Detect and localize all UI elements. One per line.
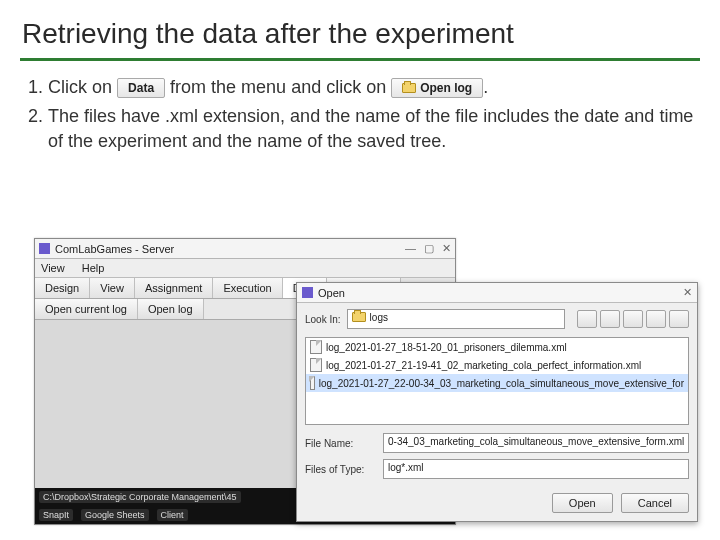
list-view-icon[interactable] [646,310,666,328]
file-item[interactable]: log_2021-01-27_21-19-41_02_marketing_col… [306,356,688,374]
step1-end: . [483,77,488,97]
file-name: log_2021-01-27_21-19-41_02_marketing_col… [326,360,641,371]
home-icon[interactable] [600,310,620,328]
tab-design[interactable]: Design [35,278,90,298]
open-button[interactable]: Open [552,493,613,513]
look-in-value: logs [370,312,388,323]
menu-view[interactable]: View [41,262,65,274]
menubar: View Help [35,259,455,278]
taskbar-item[interactable]: SnapIt [39,509,73,521]
taskbar-item[interactable]: Google Sheets [81,509,149,521]
up-folder-icon[interactable] [577,310,597,328]
new-folder-icon[interactable] [623,310,643,328]
maximize-icon[interactable]: ▢ [424,242,434,255]
step-2: The files have .xml extension, and the n… [48,104,700,154]
file-name-label: File Name: [305,438,377,449]
inline-openlog-label: Open log [420,81,472,95]
title-underline [20,58,700,61]
tab-view[interactable]: View [90,278,135,298]
file-item-selected[interactable]: log_2021-01-27_22-00-34_03_marketing_col… [306,374,688,392]
tab-assignment[interactable]: Assignment [135,278,213,298]
folder-icon [352,312,366,322]
file-list[interactable]: log_2021-01-27_18-51-20_01_prisoners_dil… [305,337,689,425]
app-icon [302,287,313,298]
file-item[interactable]: log_2021-01-27_18-51-20_01_prisoners_dil… [306,338,688,356]
open-current-log-button[interactable]: Open current log [35,299,138,319]
app-icon [39,243,50,254]
file-name-input[interactable]: 0-34_03_marketing_cola_simultaneous_move… [383,433,689,453]
file-name: log_2021-01-27_18-51-20_01_prisoners_dil… [326,342,567,353]
cancel-button[interactable]: Cancel [621,493,689,513]
folder-open-icon [402,83,416,93]
inline-openlog-button: Open log [391,78,483,98]
file-icon [310,358,322,372]
titlebar: ComLabGames - Server — ▢ ✕ [35,239,455,259]
open-dialog: Open ✕ Look In: logs log_2021-01-27_18-5… [296,282,698,522]
page-title: Retrieving the data after the experiment [22,18,700,50]
dialog-titlebar: Open ✕ [297,283,697,303]
step-1: Click on Data from the menu and click on… [48,75,700,100]
close-icon[interactable]: ✕ [442,242,451,255]
step1-text-a: Click on [48,77,112,97]
look-in-label: Look In: [305,314,341,325]
menu-help[interactable]: Help [82,262,105,274]
open-log-button[interactable]: Open log [138,299,204,319]
close-icon[interactable]: ✕ [683,286,692,299]
minimize-icon[interactable]: — [405,242,416,255]
taskbar-item[interactable]: Client [157,509,188,521]
step1-text-b: from the menu and click on [170,77,386,97]
look-in-dropdown[interactable]: logs [347,309,565,329]
inline-data-button: Data [117,78,165,98]
file-type-dropdown[interactable]: log*.xml [383,459,689,479]
taskbar-path: C:\Dropbox\Strategic Corporate Managemen… [39,491,241,503]
detail-view-icon[interactable] [669,310,689,328]
file-type-label: Files of Type: [305,464,377,475]
file-icon [310,376,315,390]
dialog-title: Open [318,287,345,299]
file-name: log_2021-01-27_22-00-34_03_marketing_col… [319,378,684,389]
window-title: ComLabGames - Server [55,243,174,255]
file-icon [310,340,322,354]
tab-execution[interactable]: Execution [213,278,282,298]
